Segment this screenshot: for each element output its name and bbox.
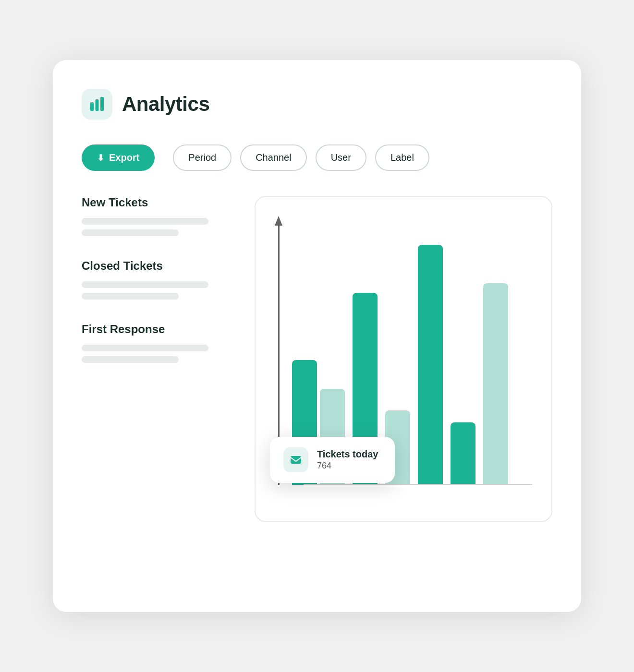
user-filter-button[interactable]: User (316, 144, 366, 171)
tooltip: Tickets today 764 (270, 437, 395, 483)
export-label: Export (109, 152, 139, 163)
closed-tickets-section: Closed Tickets (82, 259, 231, 300)
logo-icon (82, 89, 112, 120)
tooltip-value: 764 (317, 461, 378, 471)
app-card: Analytics ⬇ Export Period Channel User L… (53, 60, 581, 612)
new-tickets-title: New Tickets (82, 196, 231, 209)
svg-rect-3 (291, 456, 301, 464)
new-tickets-section: New Tickets (82, 196, 231, 236)
toolbar: ⬇ Export Period Channel User Label (82, 144, 552, 171)
skeleton-bar (82, 356, 179, 363)
bar-teal (451, 422, 476, 485)
tooltip-content: Tickets today 764 (317, 449, 378, 471)
x-axis-line (304, 484, 532, 485)
bar-group (418, 245, 443, 485)
export-button[interactable]: ⬇ Export (82, 144, 155, 171)
closed-tickets-title: Closed Tickets (82, 259, 231, 273)
label-filter-button[interactable]: Label (375, 144, 429, 171)
svg-rect-0 (90, 102, 94, 111)
page-title: Analytics (122, 93, 209, 116)
period-filter-button[interactable]: Period (173, 144, 232, 171)
tooltip-icon (283, 447, 308, 472)
sidebar: New Tickets Closed Tickets First Respons… (82, 196, 231, 386)
bar-group (483, 283, 508, 485)
download-icon: ⬇ (97, 153, 104, 163)
skeleton-bar (82, 229, 179, 236)
main-content: New Tickets Closed Tickets First Respons… (82, 196, 552, 522)
skeleton-bar (82, 293, 179, 300)
y-axis-arrow (275, 216, 282, 226)
bar-teal (418, 245, 443, 485)
chart-area: Tickets today 764 (255, 196, 552, 522)
svg-rect-2 (100, 97, 104, 111)
bar-group (451, 422, 476, 485)
first-response-title: First Response (82, 323, 231, 336)
skeleton-bar (82, 218, 208, 225)
skeleton-bar (82, 345, 208, 351)
bar-teal-light (483, 283, 508, 485)
first-response-section: First Response (82, 323, 231, 363)
tooltip-title: Tickets today (317, 449, 378, 460)
channel-filter-button[interactable]: Channel (240, 144, 307, 171)
skeleton-bar (82, 281, 208, 288)
svg-rect-1 (96, 99, 99, 111)
header: Analytics (82, 89, 552, 120)
